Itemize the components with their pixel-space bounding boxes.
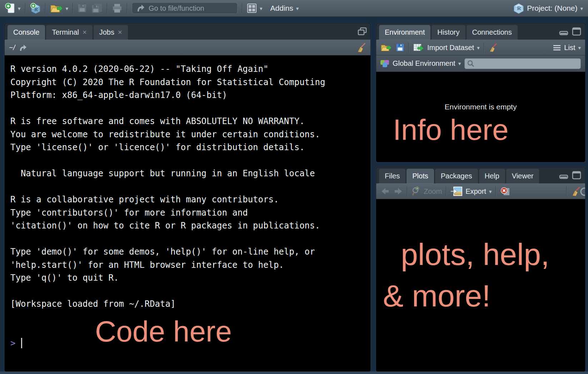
environment-tabbar: Environment History Connections <box>376 23 585 40</box>
zoom-magnifier-icon <box>412 187 421 196</box>
search-icon <box>467 60 475 68</box>
panes-grid-icon <box>247 3 257 13</box>
minimize-panel-icon[interactable] <box>559 171 569 179</box>
console-output: R version 4.0.2 (2020-06-22) -- "Taking … <box>5 55 370 311</box>
refresh-plots-icon[interactable] <box>579 187 585 197</box>
tab-files-label: Files <box>385 172 400 180</box>
chevron-down-icon: ▾ <box>66 6 69 11</box>
environment-empty-message: Environment is empty <box>376 103 585 111</box>
tab-console[interactable]: Console <box>8 25 45 40</box>
next-plot-icon[interactable] <box>394 187 403 196</box>
tab-jobs-label: Jobs <box>99 28 114 36</box>
new-file-icon <box>5 3 15 14</box>
annotation-plots-help-line1: plots, help, <box>401 239 549 270</box>
zoom-plot-button[interactable]: Zoom <box>412 187 442 196</box>
console-tabbar: Console Terminal × Jobs × <box>5 23 370 40</box>
export-plot-label: Export <box>465 187 486 196</box>
panes-layout-button[interactable]: ▾ <box>247 3 263 13</box>
minimize-panel-icon[interactable] <box>559 27 569 36</box>
environment-scope-label: Global Environment <box>393 59 455 68</box>
global-environment-icon <box>380 59 390 68</box>
chevron-down-icon: ▾ <box>489 189 492 194</box>
maximize-panel-icon[interactable] <box>572 27 582 36</box>
plots-tabbar: Files Plots Packages Help Viewer <box>376 167 585 183</box>
tab-terminal[interactable]: Terminal × <box>46 25 92 40</box>
tab-connections[interactable]: Connections <box>467 25 518 40</box>
import-dataset-button[interactable]: Import Dataset ▾ <box>413 43 480 52</box>
toolbar-separator <box>107 3 108 13</box>
console-prompt: > <box>10 338 15 348</box>
close-icon[interactable]: × <box>83 28 87 36</box>
goto-file-input[interactable]: Go to file/function <box>132 3 238 14</box>
save-button[interactable] <box>78 4 87 13</box>
list-view-icon <box>553 44 561 51</box>
environment-search-input[interactable] <box>464 58 581 69</box>
save-workspace-icon[interactable] <box>396 43 404 52</box>
list-view-button[interactable]: List ▾ <box>553 44 581 52</box>
environment-scope-button[interactable]: Global Environment ▾ <box>380 59 461 68</box>
console-cursor <box>21 338 22 348</box>
tab-help[interactable]: Help <box>479 169 505 183</box>
export-plot-icon <box>450 186 463 196</box>
project-label: Project: (None) <box>527 4 577 13</box>
previous-plot-icon[interactable] <box>380 187 390 196</box>
chevron-down-icon: ▾ <box>578 45 581 50</box>
import-dataset-icon <box>413 43 424 52</box>
print-icon <box>112 3 123 13</box>
new-file-button[interactable]: ▾ <box>5 3 21 14</box>
tab-history-label: History <box>437 28 459 36</box>
toolbar-separator <box>242 3 243 13</box>
console-toolbar: ~/ <box>5 40 370 55</box>
console-path-arrow-icon[interactable] <box>19 43 28 52</box>
annotation-code-here: Code here <box>95 317 232 346</box>
load-workspace-folder-icon[interactable] <box>380 43 392 52</box>
chevron-down-icon: ▾ <box>580 6 583 11</box>
chevron-down-icon: ▾ <box>18 6 21 11</box>
project-r-cube-icon: R <box>513 3 524 14</box>
tab-files[interactable]: Files <box>379 169 405 183</box>
main-toolbar: ▾ R ▾ <box>0 0 588 17</box>
toolbar-separator <box>566 186 567 196</box>
export-plot-button[interactable]: Export ▾ <box>450 186 492 196</box>
annotation-info-here: Info here <box>393 115 509 144</box>
tab-help-label: Help <box>485 172 499 180</box>
maximize-panel-icon[interactable] <box>572 171 582 179</box>
console-path-label[interactable]: ~/ <box>9 44 15 52</box>
tab-packages[interactable]: Packages <box>435 169 478 183</box>
tab-plots[interactable]: Plots <box>407 169 434 183</box>
close-icon[interactable]: × <box>118 28 122 36</box>
plots-toolbar: Zoom Export ▾ <box>376 183 585 199</box>
toolbar-separator <box>25 3 26 13</box>
goto-file-placeholder: Go to file/function <box>149 4 204 13</box>
tab-jobs[interactable]: Jobs × <box>94 25 128 40</box>
new-project-icon: R <box>30 3 41 14</box>
addins-button[interactable]: Addins ▾ <box>270 4 299 13</box>
tab-viewer[interactable]: Viewer <box>506 169 539 183</box>
tab-plots-label: Plots <box>412 172 428 180</box>
import-dataset-label: Import Dataset <box>427 44 474 52</box>
toolbar-separator <box>484 43 484 53</box>
clear-objects-broom-icon[interactable] <box>488 43 498 52</box>
clear-console-broom-icon[interactable] <box>356 43 366 53</box>
toolbar-separator <box>407 186 408 196</box>
restore-panel-icon[interactable] <box>358 27 367 36</box>
print-button[interactable] <box>112 3 123 13</box>
chevron-down-icon: ▾ <box>477 45 480 50</box>
toolbar-separator <box>408 43 409 53</box>
goto-arrow-icon <box>136 4 145 13</box>
environment-scope-row: Global Environment ▾ <box>376 55 585 72</box>
chevron-down-icon: ▾ <box>260 6 263 11</box>
save-all-icon <box>91 3 103 13</box>
project-menu-button[interactable]: R Project: (None) ▾ <box>513 3 583 14</box>
tab-terminal-label: Terminal <box>52 28 79 36</box>
tab-history[interactable]: History <box>432 25 465 40</box>
remove-plot-icon[interactable] <box>500 187 511 196</box>
new-project-button[interactable]: R <box>30 3 41 14</box>
chevron-down-icon: ▾ <box>458 61 461 66</box>
tab-console-label: Console <box>13 28 39 36</box>
tab-environment[interactable]: Environment <box>379 25 430 40</box>
save-all-button[interactable] <box>91 3 103 13</box>
zoom-plot-label: Zoom <box>424 187 442 196</box>
toolbar-separator <box>495 186 496 196</box>
open-file-button[interactable]: ▾ <box>50 3 69 14</box>
